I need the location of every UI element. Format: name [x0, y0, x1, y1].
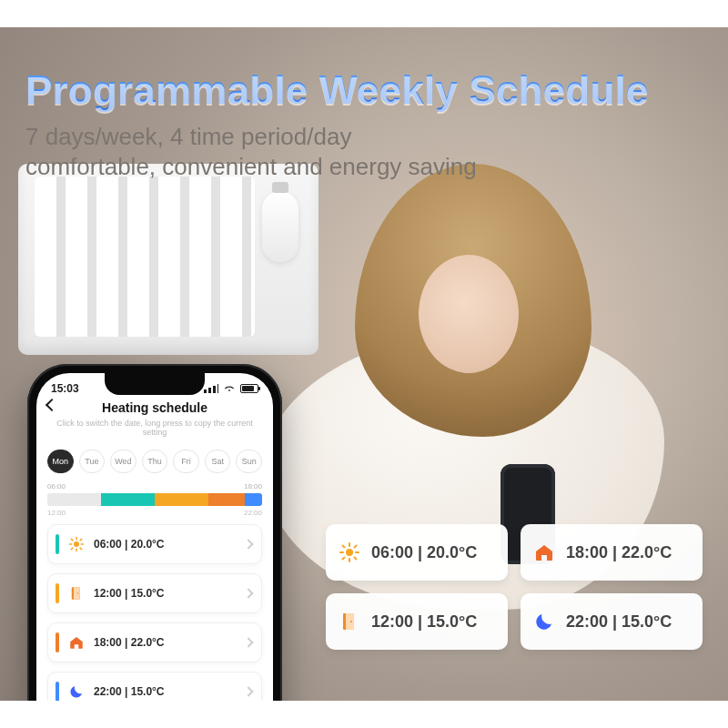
period-row[interactable]: 12:00 | 15.0°C [47, 573, 262, 613]
svg-line-18 [355, 558, 357, 560]
app-header: Heating schedule Click to switch the dat… [36, 399, 273, 442]
day-chip[interactable]: Fri [173, 450, 199, 473]
day-selector: MonTueWedThuFriSatSun [36, 442, 273, 479]
schedule-card-text: 06:00 | 20.0°C [371, 543, 477, 562]
timeline-label: 22:00 [244, 509, 262, 517]
period-color-bar [56, 632, 59, 652]
headline: Programmable Weekly Schedule [25, 67, 649, 113]
screen-title: Heating schedule [47, 400, 262, 415]
timeline-segment [47, 493, 101, 506]
chevron-right-icon [243, 588, 253, 598]
svg-line-20 [355, 546, 357, 548]
marketing-image: Programmable Weekly Schedule 7 days/week… [0, 0, 728, 728]
period-text: 18:00 | 22.0°C [94, 636, 236, 649]
day-chip[interactable]: Tue [79, 450, 106, 473]
schedule-card-text: 12:00 | 15.0°C [371, 612, 477, 632]
timeline-label: 12:00 [47, 509, 66, 517]
chevron-right-icon [243, 637, 253, 647]
day-chip[interactable]: Sat [205, 450, 231, 473]
subheadline: 7 days/week, 4 time period/day comfortab… [25, 122, 477, 183]
timeline: 06:00 18:00 12:00 22:00 [36, 479, 273, 521]
day-chip[interactable]: Thu [142, 450, 168, 473]
schedule-card: 22:00 | 15.0°C [521, 593, 703, 650]
period-color-bar [56, 583, 59, 603]
door-icon [68, 585, 85, 602]
schedule-card: 12:00 | 15.0°C [326, 593, 508, 650]
phone-screen: 15:03 Heating schedule Click to switch t… [36, 373, 273, 701]
timeline-bar[interactable] [47, 493, 262, 506]
timeline-segment [208, 493, 245, 506]
moon-icon [68, 683, 85, 700]
battery-icon [240, 384, 258, 393]
letterbox-top [0, 0, 728, 27]
svg-point-11 [77, 592, 79, 594]
schedule-card: 18:00 | 22.0°C [521, 524, 703, 581]
phone-mockup: 15:03 Heating schedule Click to switch t… [27, 364, 282, 701]
day-chip[interactable]: Wed [110, 450, 136, 473]
svg-point-12 [346, 549, 353, 556]
timeline-segment [155, 493, 208, 506]
home-icon [533, 541, 555, 563]
svg-point-23 [350, 621, 352, 622]
timeline-segment [101, 493, 155, 506]
timeline-segment [245, 493, 262, 506]
schedule-card-text: 18:00 | 22.0°C [566, 543, 672, 562]
letterbox-bottom [0, 701, 728, 728]
chevron-right-icon [243, 539, 253, 549]
period-color-bar [56, 534, 59, 554]
screen-hint: Click to switch the date, long press to … [47, 419, 262, 437]
period-text: 06:00 | 20.0°C [94, 538, 236, 551]
svg-line-6 [80, 548, 82, 550]
timeline-labels-top: 06:00 18:00 [47, 482, 262, 490]
sun-icon [339, 541, 360, 563]
day-chip[interactable]: Sun [236, 450, 262, 473]
schedule-card-text: 22:00 | 15.0°C [566, 612, 672, 632]
svg-line-5 [71, 539, 73, 541]
schedule-cards: 06:00 | 20.0°C18:00 | 22.0°C12:00 | 15.0… [326, 524, 703, 650]
svg-line-19 [343, 558, 345, 560]
svg-rect-10 [74, 587, 80, 600]
svg-line-17 [343, 546, 345, 548]
period-color-bar [56, 682, 59, 701]
period-row[interactable]: 18:00 | 22.0°C [47, 622, 262, 662]
schedule-card: 06:00 | 20.0°C [326, 524, 508, 581]
sun-icon [68, 536, 85, 552]
svg-point-0 [74, 541, 79, 547]
period-row[interactable]: 06:00 | 20.0°C [47, 524, 262, 564]
status-time: 15:03 [51, 382, 79, 395]
svg-line-7 [71, 548, 73, 550]
period-list: 06:00 | 20.0°C12:00 | 15.0°C18:00 | 22.0… [36, 521, 273, 701]
period-text: 22:00 | 15.0°C [94, 685, 236, 698]
wifi-icon [223, 384, 236, 393]
timeline-labels-bottom: 12:00 22:00 [47, 509, 262, 517]
svg-line-8 [80, 539, 82, 541]
chevron-right-icon [243, 686, 253, 696]
period-text: 12:00 | 15.0°C [94, 587, 236, 600]
home-icon [68, 634, 85, 651]
hero-photo: Programmable Weekly Schedule 7 days/week… [0, 27, 728, 701]
svg-rect-22 [346, 613, 354, 630]
day-chip[interactable]: Mon [47, 450, 74, 473]
signal-icon [204, 384, 218, 393]
moon-icon [533, 611, 555, 632]
timeline-label: 06:00 [47, 482, 66, 490]
phone-notch [105, 373, 205, 395]
timeline-label: 18:00 [244, 482, 262, 490]
door-icon [339, 611, 360, 632]
period-row[interactable]: 22:00 | 15.0°C [47, 672, 262, 701]
